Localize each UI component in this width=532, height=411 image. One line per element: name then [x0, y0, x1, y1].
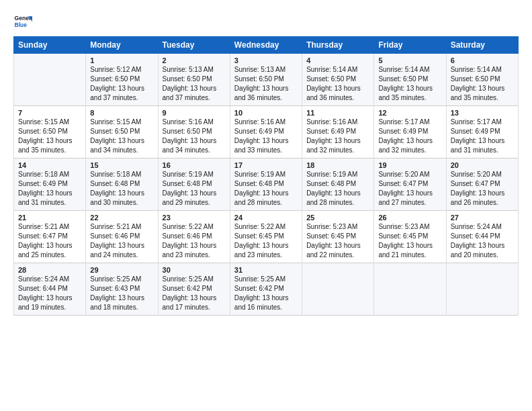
cell-w3-d1: 14Sunrise: 5:18 AM Sunset: 6:49 PM Dayli…: [14, 158, 86, 211]
week-row-3: 14Sunrise: 5:18 AM Sunset: 6:49 PM Dayli…: [14, 158, 519, 211]
col-header-monday: Monday: [86, 37, 158, 54]
day-number: 20: [451, 161, 514, 169]
cell-w5-d2: 29Sunrise: 5:25 AM Sunset: 6:43 PM Dayli…: [86, 263, 158, 316]
cell-data: Sunrise: 5:13 AM Sunset: 6:50 PM Dayligh…: [163, 65, 226, 103]
cell-w3-d5: 18Sunrise: 5:19 AM Sunset: 6:48 PM Dayli…: [302, 158, 374, 211]
cell-w3-d7: 20Sunrise: 5:20 AM Sunset: 6:47 PM Dayli…: [446, 158, 518, 211]
cell-w5-d6: [374, 263, 446, 316]
day-number: 3: [234, 56, 298, 64]
day-number: 15: [90, 161, 153, 169]
day-number: 1: [90, 56, 153, 64]
cell-data: Sunrise: 5:14 AM Sunset: 6:50 PM Dayligh…: [306, 65, 369, 103]
cell-data: Sunrise: 5:15 AM Sunset: 6:50 PM Dayligh…: [90, 118, 153, 155]
cell-data: Sunrise: 5:17 AM Sunset: 6:49 PM Dayligh…: [451, 118, 514, 155]
cell-data: Sunrise: 5:22 AM Sunset: 6:46 PM Dayligh…: [163, 222, 226, 260]
cell-w4-d1: 21Sunrise: 5:21 AM Sunset: 6:47 PM Dayli…: [14, 211, 86, 263]
day-number: 19: [378, 161, 441, 169]
day-number: 28: [18, 266, 81, 274]
week-row-4: 21Sunrise: 5:21 AM Sunset: 6:47 PM Dayli…: [14, 211, 519, 263]
week-row-2: 7Sunrise: 5:15 AM Sunset: 6:50 PM Daylig…: [14, 106, 519, 158]
cell-w4-d6: 26Sunrise: 5:23 AM Sunset: 6:45 PM Dayli…: [374, 211, 446, 263]
cell-data: Sunrise: 5:19 AM Sunset: 6:48 PM Dayligh…: [163, 170, 226, 208]
day-number: 21: [18, 214, 81, 222]
col-header-sunday: Sunday: [14, 37, 86, 54]
cell-data: Sunrise: 5:23 AM Sunset: 6:45 PM Dayligh…: [378, 222, 441, 260]
cell-data: Sunrise: 5:25 AM Sunset: 6:42 PM Dayligh…: [234, 275, 298, 312]
cell-data: Sunrise: 5:12 AM Sunset: 6:50 PM Dayligh…: [90, 65, 153, 103]
cell-w3-d4: 17Sunrise: 5:19 AM Sunset: 6:48 PM Dayli…: [230, 158, 302, 211]
day-number: 17: [234, 161, 298, 169]
cell-w4-d3: 23Sunrise: 5:22 AM Sunset: 6:46 PM Dayli…: [158, 211, 230, 263]
day-number: 10: [234, 109, 298, 117]
cell-w4-d4: 24Sunrise: 5:22 AM Sunset: 6:45 PM Dayli…: [230, 211, 302, 263]
svg-text:General: General: [15, 15, 32, 21]
cell-w3-d2: 15Sunrise: 5:18 AM Sunset: 6:48 PM Dayli…: [86, 158, 158, 211]
cell-w5-d1: 28Sunrise: 5:24 AM Sunset: 6:44 PM Dayli…: [14, 263, 86, 316]
week-row-1: 1Sunrise: 5:12 AM Sunset: 6:50 PM Daylig…: [14, 54, 519, 106]
day-number: 5: [378, 56, 441, 64]
cell-w5-d5: [302, 263, 374, 316]
cell-w5-d3: 30Sunrise: 5:25 AM Sunset: 6:42 PM Dayli…: [158, 263, 230, 316]
day-number: 23: [163, 214, 226, 222]
cell-data: Sunrise: 5:14 AM Sunset: 6:50 PM Dayligh…: [378, 65, 441, 103]
cell-data: Sunrise: 5:13 AM Sunset: 6:50 PM Dayligh…: [234, 65, 298, 103]
cell-w2-d6: 12Sunrise: 5:17 AM Sunset: 6:49 PM Dayli…: [374, 106, 446, 158]
cell-data: Sunrise: 5:24 AM Sunset: 6:44 PM Dayligh…: [18, 275, 81, 312]
cell-data: Sunrise: 5:20 AM Sunset: 6:47 PM Dayligh…: [378, 170, 441, 208]
day-number: 22: [90, 214, 153, 222]
day-number: 31: [234, 266, 298, 274]
col-header-saturday: Saturday: [446, 37, 518, 54]
cell-data: Sunrise: 5:21 AM Sunset: 6:47 PM Dayligh…: [18, 222, 81, 260]
header: General Blue: [13, 12, 519, 31]
day-number: 7: [18, 109, 81, 117]
cell-w5-d7: [446, 263, 518, 316]
cell-w1-d6: 5Sunrise: 5:14 AM Sunset: 6:50 PM Daylig…: [374, 54, 446, 106]
day-number: 11: [306, 109, 369, 117]
cell-w1-d5: 4Sunrise: 5:14 AM Sunset: 6:50 PM Daylig…: [302, 54, 374, 106]
col-header-wednesday: Wednesday: [230, 37, 302, 54]
day-number: 6: [451, 56, 514, 64]
cell-data: Sunrise: 5:14 AM Sunset: 6:50 PM Dayligh…: [451, 65, 514, 103]
cell-w5-d4: 31Sunrise: 5:25 AM Sunset: 6:42 PM Dayli…: [230, 263, 302, 316]
cell-w4-d2: 22Sunrise: 5:21 AM Sunset: 6:46 PM Dayli…: [86, 211, 158, 263]
week-row-5: 28Sunrise: 5:24 AM Sunset: 6:44 PM Dayli…: [14, 263, 519, 316]
cell-w2-d4: 10Sunrise: 5:16 AM Sunset: 6:49 PM Dayli…: [230, 106, 302, 158]
col-header-tuesday: Tuesday: [158, 37, 230, 54]
cell-w3-d6: 19Sunrise: 5:20 AM Sunset: 6:47 PM Dayli…: [374, 158, 446, 211]
cell-data: Sunrise: 5:16 AM Sunset: 6:49 PM Dayligh…: [306, 118, 369, 155]
cell-data: Sunrise: 5:25 AM Sunset: 6:42 PM Dayligh…: [163, 275, 226, 312]
cell-data: Sunrise: 5:20 AM Sunset: 6:47 PM Dayligh…: [451, 170, 514, 208]
col-header-thursday: Thursday: [302, 37, 374, 54]
day-number: 24: [234, 214, 298, 222]
cell-data: Sunrise: 5:23 AM Sunset: 6:45 PM Dayligh…: [306, 222, 369, 260]
day-number: 25: [306, 214, 369, 222]
col-header-friday: Friday: [374, 37, 446, 54]
cell-data: Sunrise: 5:17 AM Sunset: 6:49 PM Dayligh…: [378, 118, 441, 155]
cell-data: Sunrise: 5:16 AM Sunset: 6:50 PM Dayligh…: [163, 118, 226, 155]
cell-data: Sunrise: 5:18 AM Sunset: 6:48 PM Dayligh…: [90, 170, 153, 208]
day-number: 26: [378, 214, 441, 222]
calendar-table: SundayMondayTuesdayWednesdayThursdayFrid…: [13, 36, 519, 316]
day-number: 29: [90, 266, 153, 274]
cell-w1-d7: 6Sunrise: 5:14 AM Sunset: 6:50 PM Daylig…: [446, 54, 518, 106]
cell-w1-d2: 1Sunrise: 5:12 AM Sunset: 6:50 PM Daylig…: [86, 54, 158, 106]
day-number: 2: [163, 56, 226, 64]
cell-w2-d1: 7Sunrise: 5:15 AM Sunset: 6:50 PM Daylig…: [14, 106, 86, 158]
day-number: 4: [306, 56, 369, 64]
cell-w3-d3: 16Sunrise: 5:19 AM Sunset: 6:48 PM Dayli…: [158, 158, 230, 211]
day-number: 13: [451, 109, 514, 117]
cell-w2-d2: 8Sunrise: 5:15 AM Sunset: 6:50 PM Daylig…: [86, 106, 158, 158]
page: General Blue SundayMondayTuesdayWednesda…: [0, 0, 532, 322]
cell-data: Sunrise: 5:22 AM Sunset: 6:45 PM Dayligh…: [234, 222, 298, 260]
day-number: 14: [18, 161, 81, 169]
cell-data: Sunrise: 5:15 AM Sunset: 6:50 PM Dayligh…: [18, 118, 81, 155]
cell-w1-d4: 3Sunrise: 5:13 AM Sunset: 6:50 PM Daylig…: [230, 54, 302, 106]
day-number: 30: [163, 266, 226, 274]
day-number: 9: [163, 109, 226, 117]
cell-data: Sunrise: 5:25 AM Sunset: 6:43 PM Dayligh…: [90, 275, 153, 312]
day-number: 18: [306, 161, 369, 169]
cell-w1-d3: 2Sunrise: 5:13 AM Sunset: 6:50 PM Daylig…: [158, 54, 230, 106]
logo-icon: General Blue: [13, 12, 32, 31]
cell-w2-d7: 13Sunrise: 5:17 AM Sunset: 6:49 PM Dayli…: [446, 106, 518, 158]
svg-text:Blue: Blue: [15, 21, 28, 28]
